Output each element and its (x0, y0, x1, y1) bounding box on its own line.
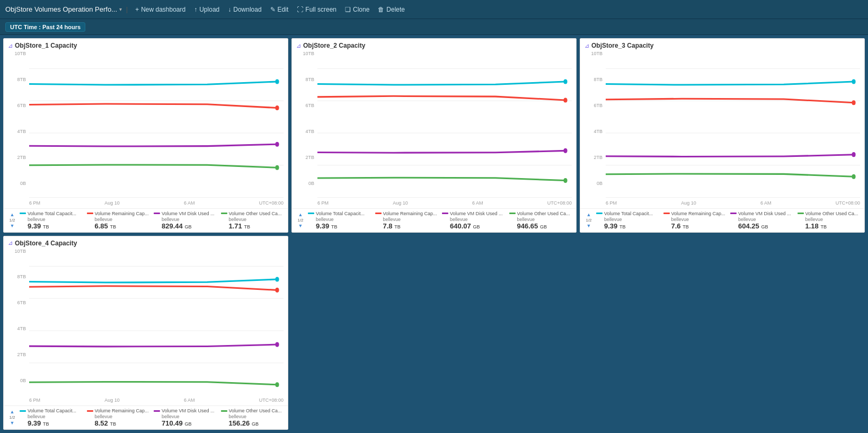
svg-point-16 (563, 148, 567, 153)
subheader: UTC Time : Past 24 hours (0, 19, 868, 35)
panel-4-header: ⊿ObjStore_4 Capacity (4, 236, 288, 248)
x-axis-label: 6 PM (29, 397, 40, 403)
chevron-up-icon[interactable]: ▲ (10, 409, 15, 414)
panel-3-title: ObjStore_3 Capacity (591, 42, 653, 49)
filter-icon[interactable]: ⊿ (8, 240, 13, 246)
y-axis-label: 4TB (4, 326, 26, 331)
legend-items: Volume Total Capacit...bellevue9.39 TBVo… (20, 408, 285, 427)
filter-icon[interactable]: ⊿ (8, 42, 13, 49)
legend-series-value: 9.39 TB (28, 222, 84, 230)
legend-color-bar (798, 213, 804, 214)
y-axis-label: 6TB (580, 103, 603, 108)
y-axis-label: 8TB (4, 275, 26, 279)
x-axis-label: Aug 10 (393, 200, 408, 206)
line-2 (29, 344, 277, 347)
delete-btn[interactable]: 🗑 Delete (375, 5, 408, 14)
new-dashboard-btn[interactable]: + New dashboard (132, 5, 189, 14)
legend-series-value: 604.25 GB (738, 222, 794, 230)
panel-1-legend: ▲1/2▼Volume Total Capacit...bellevue9.39… (4, 208, 288, 232)
title-chevron-icon[interactable]: ▾ (119, 6, 122, 12)
chevron-up-icon[interactable]: ▲ (10, 212, 15, 217)
plus-icon: + (135, 6, 139, 13)
edit-btn[interactable]: ✎ Edit (267, 5, 292, 14)
legend-series-sub: bellevue (671, 217, 728, 222)
legend-series-sub: bellevue (604, 217, 660, 222)
filter-icon[interactable]: ⊿ (296, 42, 301, 49)
svg-point-35 (275, 382, 279, 387)
y-axis-label: 6TB (292, 103, 314, 108)
legend-color-bar (221, 213, 227, 214)
svg-point-17 (563, 178, 567, 183)
legend-color-bar (20, 410, 26, 412)
legend-color-bar (442, 213, 448, 214)
legend-item: Volume Total Capacit...bellevue9.39 TB (20, 408, 84, 427)
legend-color-bar (154, 410, 160, 412)
legend-series-name: Volume Other Used Ca... (517, 211, 570, 216)
x-axis-label: UTC+08:00 (259, 397, 284, 403)
legend-nav: ▲1/2▼ (7, 211, 17, 228)
filter-icon[interactable]: ⊿ (584, 42, 589, 49)
y-axis-label: 8TB (292, 77, 314, 82)
legend-series-name: Volume VM Disk Used ... (162, 408, 215, 413)
chart-1-area: 0B2TB4TB6TB8TB10TB (4, 50, 288, 198)
svg-point-26 (852, 174, 855, 179)
legend-nav: ▲1/2▼ (7, 408, 17, 426)
chevron-down-icon[interactable]: ▼ (10, 223, 15, 228)
chevron-down-icon[interactable]: ▼ (587, 223, 591, 228)
legend-color-bar (221, 410, 227, 412)
clone-btn[interactable]: ❏ Clone (342, 5, 373, 14)
chart-2-x-axis: 6 PMAug 106 AMUTC+08:00 (292, 198, 576, 208)
download-btn[interactable]: ↓ Download (225, 5, 264, 14)
chevron-down-icon[interactable]: ▼ (10, 420, 15, 426)
svg-point-14 (563, 79, 567, 84)
legend-item: Volume VM Disk Used ...bellevue710.49 GB (154, 408, 218, 427)
upload-btn[interactable]: ↑ Upload (191, 5, 223, 14)
fullscreen-icon: ⛶ (297, 6, 303, 13)
fullscreen-btn[interactable]: ⛶ Full screen (294, 5, 340, 14)
legend-series-sub: bellevue (162, 414, 218, 419)
legend-color-bar (375, 213, 382, 214)
legend-series-value: 946.65 GB (517, 222, 573, 230)
panel-1-header: ⊿ObjStore_1 Capacity (4, 39, 288, 50)
line-0 (29, 279, 277, 282)
legend-item: Volume Other Used Ca...bellevue1.18 TB (798, 211, 862, 230)
legend-color-bar (730, 213, 737, 214)
panel-3: ⊿ObjStore_3 Capacity0B2TB4TB6TB8TB10TB6 … (580, 38, 865, 233)
legend-series-name: Volume Remaining Cap... (95, 408, 149, 413)
legend-color-bar (154, 213, 160, 214)
legend-item: Volume Remaining Cap...bellevue8.52 TB (87, 408, 151, 427)
x-axis-label: Aug 10 (104, 200, 120, 206)
title-text: ObjStore Volumes Operation Perfo... (5, 5, 117, 13)
x-axis-label: 6 AM (760, 200, 772, 206)
legend-series-name: Volume VM Disk Used ... (450, 211, 503, 216)
legend-series-sub: bellevue (28, 217, 84, 222)
legend-items: Volume Total Capacit...bellevue9.39 TBVo… (20, 211, 285, 230)
chart-1-container: 0B2TB4TB6TB8TB10TB6 PMAug 106 AMUTC+08:0… (4, 50, 288, 208)
x-axis-label: 6 AM (472, 200, 483, 206)
panel-3-legend: ▲1/2▼Volume Total Capacit...bellevue9.39… (580, 208, 864, 232)
line-1 (29, 286, 277, 290)
legend-series-sub: bellevue (738, 217, 794, 222)
legend-color-bar (20, 213, 26, 214)
svg-point-5 (275, 79, 279, 84)
svg-point-24 (852, 100, 855, 105)
legend-item: Volume Total Capacit...bellevue9.39 TB (596, 211, 660, 230)
legend-series-sub: bellevue (383, 217, 439, 222)
chevron-up-icon[interactable]: ▲ (298, 212, 303, 217)
y-axis-label: 8TB (4, 77, 26, 82)
legend-item: Volume VM Disk Used ...bellevue829.44 GB (154, 211, 218, 230)
time-range-badge[interactable]: UTC Time : Past 24 hours (5, 22, 85, 32)
chart-1-x-axis: 6 PMAug 106 AMUTC+08:00 (4, 198, 288, 208)
legend-series-sub: bellevue (517, 217, 573, 222)
chart-3-svg (606, 52, 860, 198)
chart-4-x-axis: 6 PMAug 106 AMUTC+08:00 (4, 395, 288, 405)
chart-1-svg (29, 52, 284, 198)
chevron-down-icon[interactable]: ▼ (298, 223, 303, 228)
y-axis-label: 6TB (4, 301, 26, 305)
x-axis-label: UTC+08:00 (547, 200, 572, 206)
chevron-up-icon[interactable]: ▲ (587, 212, 591, 217)
legend-series-sub: bellevue (95, 217, 151, 222)
dashboard-grid: ⊿ObjStore_1 Capacity0B2TB4TB6TB8TB10TB6 … (0, 35, 868, 433)
chart-3-y-axis: 0B2TB4TB6TB8TB10TB (580, 50, 605, 187)
panel-2-header: ⊿ObjStore_2 Capacity (292, 39, 576, 50)
